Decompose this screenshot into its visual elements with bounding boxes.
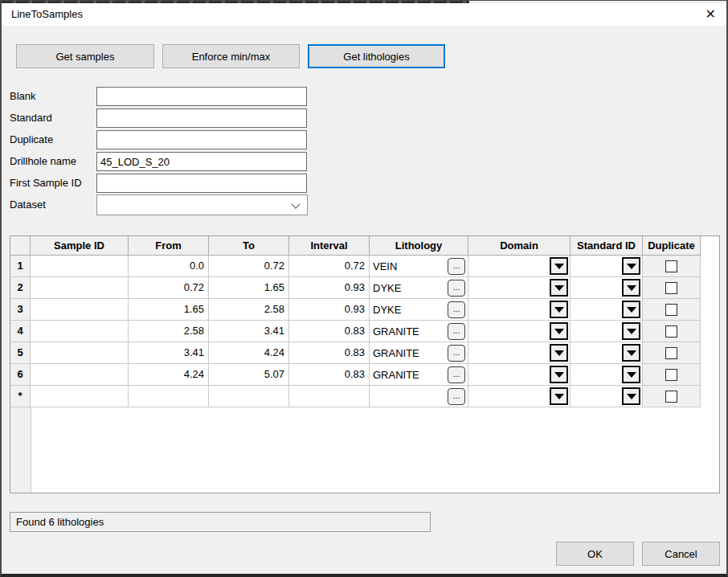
cell-duplicate[interactable] bbox=[643, 321, 701, 342]
cell-lithology[interactable]: GRANITE ... bbox=[370, 364, 468, 386]
cell-from[interactable]: 4.24 bbox=[129, 364, 209, 386]
cell-standard-id[interactable] bbox=[571, 277, 643, 299]
cell-to[interactable] bbox=[209, 386, 289, 407]
cell-interval[interactable] bbox=[289, 386, 370, 407]
duplicate-input[interactable] bbox=[96, 130, 307, 149]
cell-domain[interactable] bbox=[468, 277, 571, 299]
domain-dropdown-button[interactable] bbox=[550, 257, 568, 275]
cell-to[interactable]: 4.24 bbox=[209, 342, 289, 364]
column-header-from[interactable]: From bbox=[129, 236, 209, 256]
enforce-minmax-button[interactable]: Enforce min/max bbox=[162, 44, 300, 68]
cell-domain[interactable] bbox=[468, 386, 571, 407]
cell-standard-id[interactable] bbox=[571, 364, 643, 386]
cell-duplicate[interactable] bbox=[643, 364, 701, 386]
cell-interval[interactable]: 0.83 bbox=[289, 364, 370, 386]
duplicate-checkbox[interactable] bbox=[665, 325, 677, 338]
duplicate-checkbox[interactable] bbox=[665, 347, 677, 359]
row-header[interactable]: 6 bbox=[10, 364, 31, 386]
cell-duplicate[interactable] bbox=[643, 256, 701, 277]
standard-id-dropdown-button[interactable] bbox=[622, 387, 640, 405]
domain-dropdown-button[interactable] bbox=[550, 301, 568, 318]
lithology-browse-button[interactable]: ... bbox=[448, 345, 465, 362]
domain-dropdown-button[interactable] bbox=[550, 344, 568, 362]
cell-sample-id[interactable] bbox=[31, 256, 129, 277]
domain-dropdown-button[interactable] bbox=[550, 387, 568, 405]
standard-id-dropdown-button[interactable] bbox=[622, 344, 640, 362]
cell-domain[interactable] bbox=[468, 321, 571, 342]
domain-dropdown-button[interactable] bbox=[550, 322, 568, 340]
duplicate-checkbox[interactable] bbox=[665, 304, 677, 316]
column-header-lithology[interactable]: Lithology bbox=[370, 236, 468, 256]
cell-standard-id[interactable] bbox=[571, 299, 643, 321]
cell-from[interactable]: 3.41 bbox=[129, 342, 209, 364]
column-header-to[interactable]: To bbox=[209, 236, 289, 256]
cell-lithology[interactable]: GRANITE ... bbox=[370, 321, 468, 342]
standard-id-dropdown-button[interactable] bbox=[622, 322, 640, 340]
lithology-browse-button[interactable]: ... bbox=[448, 258, 465, 275]
first-sample-id-input[interactable] bbox=[96, 174, 307, 193]
lithology-browse-button[interactable]: ... bbox=[448, 388, 465, 405]
duplicate-checkbox[interactable] bbox=[665, 391, 677, 403]
duplicate-checkbox[interactable] bbox=[665, 282, 677, 294]
cell-standard-id[interactable] bbox=[571, 342, 643, 364]
duplicate-checkbox[interactable] bbox=[665, 260, 677, 272]
cell-lithology[interactable]: ... bbox=[370, 386, 468, 407]
cell-sample-id[interactable] bbox=[31, 321, 129, 342]
standard-id-dropdown-button[interactable] bbox=[622, 301, 640, 318]
column-header-interval[interactable]: Interval bbox=[289, 236, 370, 256]
duplicate-checkbox[interactable] bbox=[665, 369, 677, 381]
lithology-browse-button[interactable]: ... bbox=[448, 366, 465, 383]
cell-domain[interactable] bbox=[468, 342, 571, 364]
row-header[interactable]: 3 bbox=[10, 299, 31, 321]
corner-header-cell[interactable] bbox=[10, 236, 31, 256]
cell-standard-id[interactable] bbox=[571, 256, 643, 277]
cell-duplicate[interactable] bbox=[643, 299, 701, 321]
domain-dropdown-button[interactable] bbox=[550, 279, 568, 297]
cell-from[interactable]: 2.58 bbox=[129, 321, 209, 342]
ok-button[interactable]: OK bbox=[556, 542, 634, 566]
lithology-browse-button[interactable]: ... bbox=[448, 301, 465, 318]
cell-duplicate[interactable] bbox=[643, 342, 701, 364]
cell-lithology[interactable]: DYKE ... bbox=[370, 277, 468, 299]
cell-from[interactable]: 0.0 bbox=[129, 256, 209, 277]
column-header-duplicate[interactable]: Duplicate bbox=[643, 236, 701, 256]
dataset-combobox[interactable] bbox=[96, 194, 308, 215]
cell-sample-id[interactable] bbox=[31, 364, 129, 386]
cell-duplicate[interactable] bbox=[643, 386, 701, 407]
cell-to[interactable]: 1.65 bbox=[209, 277, 289, 299]
cell-from[interactable]: 0.72 bbox=[129, 277, 209, 299]
cell-sample-id[interactable] bbox=[31, 277, 129, 299]
column-header-standard-id[interactable]: Standard ID bbox=[571, 236, 643, 256]
cancel-button[interactable]: Cancel bbox=[642, 542, 720, 566]
get-samples-button[interactable]: Get samples bbox=[16, 44, 154, 68]
cell-lithology[interactable]: DYKE ... bbox=[370, 299, 468, 321]
cell-interval[interactable]: 0.72 bbox=[289, 256, 370, 277]
cell-interval[interactable]: 0.93 bbox=[289, 277, 370, 299]
standard-id-dropdown-button[interactable] bbox=[622, 279, 640, 297]
get-lithologies-button[interactable]: Get lithologies bbox=[308, 44, 445, 68]
cell-interval[interactable]: 0.93 bbox=[289, 299, 370, 321]
standard-id-dropdown-button[interactable] bbox=[622, 257, 640, 275]
cell-domain[interactable] bbox=[468, 256, 571, 277]
blank-input[interactable] bbox=[96, 87, 307, 106]
row-header[interactable]: 1 bbox=[10, 256, 31, 277]
close-icon[interactable]: ✕ bbox=[706, 6, 716, 23]
cell-interval[interactable]: 0.83 bbox=[289, 321, 370, 342]
cell-domain[interactable] bbox=[468, 299, 571, 321]
row-header[interactable]: 4 bbox=[10, 321, 31, 342]
cell-to[interactable]: 5.07 bbox=[209, 364, 289, 386]
column-header-domain[interactable]: Domain bbox=[468, 236, 571, 256]
drillhole-name-input[interactable] bbox=[96, 152, 307, 171]
cell-standard-id[interactable] bbox=[571, 386, 643, 407]
cell-standard-id[interactable] bbox=[571, 321, 643, 342]
cell-to[interactable]: 3.41 bbox=[209, 321, 289, 342]
lithology-browse-button[interactable]: ... bbox=[448, 323, 465, 340]
row-header[interactable]: 5 bbox=[10, 342, 31, 364]
row-header[interactable]: 2 bbox=[10, 277, 31, 299]
cell-lithology[interactable]: VEIN ... bbox=[370, 256, 468, 277]
row-header[interactable]: * bbox=[10, 386, 31, 407]
cell-domain[interactable] bbox=[468, 364, 571, 386]
cell-duplicate[interactable] bbox=[643, 277, 701, 299]
cell-sample-id[interactable] bbox=[31, 386, 129, 407]
standard-id-dropdown-button[interactable] bbox=[622, 366, 640, 383]
